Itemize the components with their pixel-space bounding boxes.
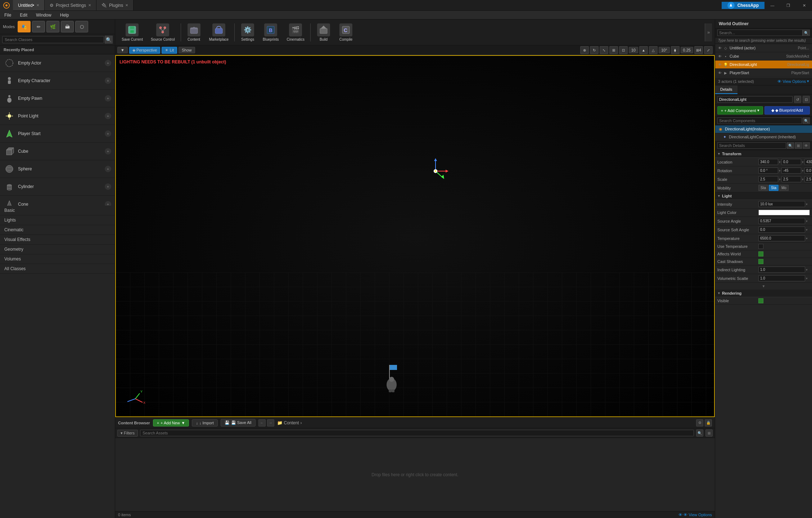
- category-lights[interactable]: Lights: [0, 215, 115, 225]
- temperature-arrow[interactable]: ▾: [806, 237, 808, 240]
- cylinder-add[interactable]: +: [105, 183, 111, 190]
- eye-icon-untitled[interactable]: 👁: [718, 46, 722, 50]
- menu-edit[interactable]: Edit: [15, 11, 32, 19]
- loc-y-arrow[interactable]: ▾: [802, 160, 804, 164]
- volumetric-scatter-input[interactable]: [758, 275, 805, 281]
- build-button[interactable]: Build: [313, 22, 334, 43]
- loc-x-arrow[interactable]: ▾: [779, 160, 781, 164]
- tab-untitled[interactable]: Untitled• ✕: [13, 0, 45, 10]
- details-filter-toggle[interactable]: 👁: [803, 142, 810, 149]
- point-light-add[interactable]: +: [105, 113, 111, 119]
- blueprints-button[interactable]: B Blueprints: [259, 22, 282, 43]
- source-control-button[interactable]: Source Control: [147, 22, 179, 43]
- outliner-item-untitled[interactable]: 👁 ◇ Untitled (actor) Point...: [715, 44, 812, 52]
- rotation-snap-value[interactable]: 10°: [659, 47, 670, 53]
- show-button[interactable]: Show: [179, 47, 195, 53]
- mode-mesh-button[interactable]: ⬡: [75, 21, 88, 32]
- tab-project-settings[interactable]: ⚙ Project Settings ✕: [45, 0, 96, 10]
- transform-section-header[interactable]: ▼ Transform: [715, 150, 812, 158]
- location-x-input[interactable]: [758, 159, 778, 165]
- add-new-button[interactable]: + + Add New ▼: [153, 419, 189, 427]
- rot-y-arrow[interactable]: ▾: [802, 169, 804, 173]
- eye-icon-cube[interactable]: 👁: [718, 54, 722, 58]
- search-classes-button[interactable]: 🔍: [105, 36, 113, 44]
- empty-actor-add[interactable]: +: [105, 60, 111, 66]
- filter-options-button[interactable]: ▾ Filters: [117, 430, 138, 437]
- cube-add[interactable]: +: [105, 148, 111, 155]
- search-assets-input[interactable]: [140, 430, 694, 436]
- menu-file[interactable]: File: [0, 11, 15, 19]
- category-geometry[interactable]: Geometry: [0, 245, 115, 254]
- scale-z-input[interactable]: [804, 176, 812, 182]
- translate-tool[interactable]: ⊕: [580, 46, 589, 54]
- component-search-input[interactable]: [717, 117, 802, 124]
- visible-checkbox[interactable]: [758, 298, 763, 303]
- minimize-button[interactable]: —: [764, 0, 780, 11]
- scale-x-input[interactable]: [758, 176, 778, 182]
- empty-character-add[interactable]: +: [105, 77, 111, 84]
- settings-button[interactable]: ⚙️ Settings: [237, 22, 258, 43]
- list-item-empty-pawn[interactable]: Empty Pawn +: [0, 90, 115, 107]
- surface-snapping[interactable]: ⊡: [619, 46, 628, 54]
- cb-path-button[interactable]: 📁 Content ›: [277, 420, 302, 425]
- browse-icon[interactable]: ⊡: [803, 96, 810, 103]
- outliner-item-directional-light[interactable]: 👁 💡 DirectionalLight DirectionalLig: [715, 61, 812, 69]
- scale-tool[interactable]: ⤡: [600, 46, 608, 54]
- eye-icon-dl[interactable]: 👁: [718, 63, 722, 67]
- list-item-cylinder[interactable]: Cylinder +: [0, 178, 115, 196]
- rotation-y-input[interactable]: [781, 168, 801, 174]
- outliner-search-button[interactable]: 🔍: [803, 30, 810, 36]
- component-item-inherited[interactable]: ✦ DirectionalLightComponent (Inherited): [715, 133, 812, 141]
- mode-landscape-button[interactable]: 🏔: [61, 21, 74, 32]
- tab-close-icon[interactable]: ✕: [36, 3, 39, 7]
- list-item-sphere[interactable]: Sphere +: [0, 160, 115, 178]
- component-item-instance[interactable]: ◉ DirectionalLight(Instance): [715, 125, 812, 133]
- details-table-view[interactable]: ⊞: [795, 142, 802, 149]
- scale-value[interactable]: 0.25: [681, 47, 693, 53]
- blueprint-button[interactable]: ◆ ◆ Blueprint/Add: [764, 106, 810, 115]
- restore-button[interactable]: ❐: [780, 0, 796, 11]
- cb-settings-button[interactable]: ⚙: [696, 419, 703, 427]
- list-item-cube[interactable]: Cube +: [0, 143, 115, 160]
- temperature-input[interactable]: [758, 235, 805, 241]
- location-z-input[interactable]: [804, 159, 812, 165]
- compile-button[interactable]: C Compile: [335, 22, 357, 43]
- list-item-empty-character[interactable]: Empty Character +: [0, 72, 115, 90]
- grid-size-value[interactable]: 10: [629, 47, 638, 53]
- menu-window[interactable]: Window: [32, 11, 56, 19]
- mode-paint-button[interactable]: ✏: [32, 21, 45, 32]
- component-search-button[interactable]: 🔍: [803, 117, 810, 124]
- viewport[interactable]: LIGHTING NEEDS TO BE REBUILT (1 unbuilt …: [115, 55, 715, 417]
- tab-ps-close[interactable]: ✕: [88, 3, 91, 7]
- save-current-button[interactable]: Save Current: [118, 22, 146, 43]
- outliner-item-cube[interactable]: 👁 ▪ Cube StaticMeshAct: [715, 52, 812, 61]
- details-tab[interactable]: Details: [715, 85, 737, 94]
- outliner-view-options[interactable]: 👁 View Options ▾: [777, 79, 809, 84]
- category-visual-effects[interactable]: Visual Effects: [0, 235, 115, 245]
- category-cinematic[interactable]: Cinematic: [0, 225, 115, 235]
- reset-icon[interactable]: ↺: [794, 96, 801, 103]
- list-item-point-light[interactable]: Point Light +: [0, 107, 115, 125]
- empty-pawn-add[interactable]: +: [105, 95, 111, 102]
- rotation-z-input[interactable]: [804, 168, 812, 174]
- use-temperature-checkbox[interactable]: [758, 244, 763, 249]
- category-all-classes[interactable]: All Classes: [0, 264, 115, 274]
- scale-y-arrow[interactable]: ▾: [802, 178, 804, 181]
- cb-back-button[interactable]: ←: [258, 419, 266, 427]
- layer-count[interactable]: ⊞ 4: [694, 46, 703, 54]
- source-soft-arrow[interactable]: ▾: [806, 228, 808, 232]
- content-button[interactable]: Content: [183, 22, 205, 43]
- world-local-toggle[interactable]: ⊞: [609, 46, 618, 54]
- cb-forward-button[interactable]: →: [267, 419, 274, 427]
- viewport-options-button[interactable]: ▼: [117, 47, 128, 53]
- source-angle-input[interactable]: [758, 218, 805, 224]
- cb-view-toggle[interactable]: ⊞: [705, 429, 713, 437]
- mobility-stationary[interactable]: Sta: [769, 185, 779, 191]
- cone-add[interactable]: +: [105, 201, 111, 206]
- tab-plugins[interactable]: 🔌 Plugins ✕: [96, 0, 134, 10]
- outliner-item-player-start[interactable]: 👁 ▶ PlayerStart PlayerStart: [715, 69, 812, 77]
- category-volumes[interactable]: Volumes: [0, 254, 115, 264]
- scale-y-input[interactable]: [781, 176, 801, 182]
- add-component-button[interactable]: + + Add Component ▾: [717, 106, 763, 115]
- cb-lock-button[interactable]: 🔒: [705, 419, 712, 427]
